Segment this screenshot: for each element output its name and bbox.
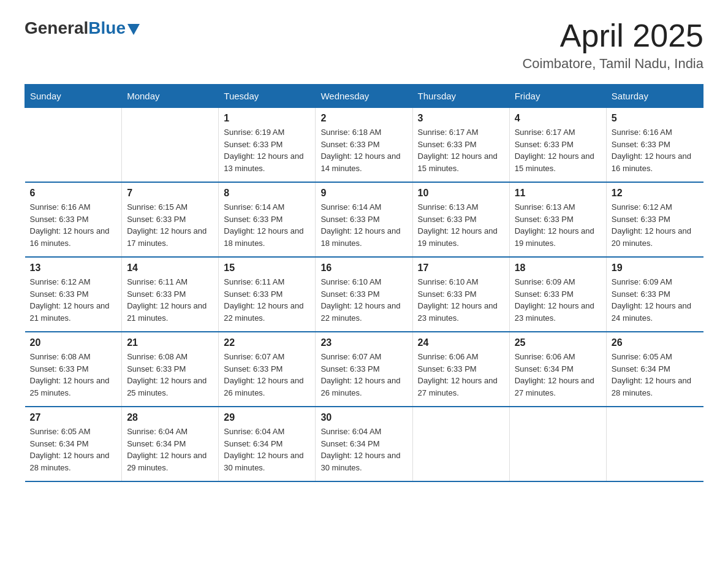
calendar-cell: 15Sunrise: 6:11 AMSunset: 6:33 PMDayligh… — [219, 257, 316, 332]
day-info: Sunrise: 6:04 AMSunset: 6:34 PMDaylight:… — [224, 426, 310, 473]
day-info: Sunrise: 6:07 AMSunset: 6:33 PMDaylight:… — [224, 351, 310, 399]
day-info: Sunrise: 6:06 AMSunset: 6:33 PMDaylight:… — [418, 351, 504, 399]
week-row-2: 6Sunrise: 6:16 AMSunset: 6:33 PMDaylight… — [25, 182, 703, 257]
title-section: April 2025 Coimbatore, Tamil Nadu, India — [522, 18, 703, 72]
day-info: Sunrise: 6:05 AMSunset: 6:34 PMDaylight:… — [30, 426, 117, 473]
calendar-cell: 22Sunrise: 6:07 AMSunset: 6:33 PMDayligh… — [219, 332, 316, 407]
logo-triangle-icon — [127, 24, 140, 35]
day-number: 17 — [418, 262, 504, 274]
calendar-header: Sunday Monday Tuesday Wednesday Thursday… — [25, 85, 703, 108]
day-number: 16 — [320, 262, 407, 274]
day-info: Sunrise: 6:18 AMSunset: 6:33 PMDaylight:… — [320, 126, 407, 174]
calendar-cell: 9Sunrise: 6:14 AMSunset: 6:33 PMDaylight… — [316, 182, 412, 257]
day-number: 23 — [320, 337, 407, 348]
day-info: Sunrise: 6:09 AMSunset: 6:33 PMDaylight:… — [515, 276, 601, 324]
calendar-cell: 19Sunrise: 6:09 AMSunset: 6:33 PMDayligh… — [606, 257, 703, 332]
calendar-cell: 21Sunrise: 6:08 AMSunset: 6:33 PMDayligh… — [122, 332, 219, 407]
day-info: Sunrise: 6:11 AMSunset: 6:33 PMDaylight:… — [224, 276, 310, 324]
calendar-cell: 4Sunrise: 6:17 AMSunset: 6:33 PMDaylight… — [509, 108, 606, 183]
day-info: Sunrise: 6:10 AMSunset: 6:33 PMDaylight:… — [418, 276, 504, 324]
calendar-cell: 18Sunrise: 6:09 AMSunset: 6:33 PMDayligh… — [509, 257, 606, 332]
day-info: Sunrise: 6:12 AMSunset: 6:33 PMDaylight:… — [30, 276, 117, 324]
calendar-cell — [412, 407, 509, 481]
day-number: 12 — [612, 188, 699, 199]
day-info: Sunrise: 6:14 AMSunset: 6:33 PMDaylight:… — [224, 201, 310, 249]
calendar-cell: 16Sunrise: 6:10 AMSunset: 6:33 PMDayligh… — [316, 257, 412, 332]
day-number: 4 — [515, 113, 601, 124]
calendar-cell — [606, 407, 703, 481]
week-row-3: 13Sunrise: 6:12 AMSunset: 6:33 PMDayligh… — [25, 257, 703, 332]
calendar-cell: 1Sunrise: 6:19 AMSunset: 6:33 PMDaylight… — [219, 108, 316, 183]
calendar-cell: 26Sunrise: 6:05 AMSunset: 6:34 PMDayligh… — [606, 332, 703, 407]
calendar-cell: 14Sunrise: 6:11 AMSunset: 6:33 PMDayligh… — [122, 257, 219, 332]
header-saturday: Saturday — [606, 85, 703, 108]
day-number: 6 — [30, 188, 117, 199]
day-info: Sunrise: 6:04 AMSunset: 6:34 PMDaylight:… — [320, 426, 407, 473]
day-number: 19 — [612, 262, 699, 274]
day-number: 15 — [224, 262, 310, 274]
day-number: 25 — [515, 337, 601, 348]
calendar-cell: 2Sunrise: 6:18 AMSunset: 6:33 PMDaylight… — [316, 108, 412, 183]
calendar-cell: 3Sunrise: 6:17 AMSunset: 6:33 PMDaylight… — [412, 108, 509, 183]
day-number: 2 — [320, 113, 407, 124]
calendar-cell: 23Sunrise: 6:07 AMSunset: 6:33 PMDayligh… — [316, 332, 412, 407]
day-number: 7 — [127, 188, 213, 199]
day-number: 1 — [224, 113, 310, 124]
header-wednesday: Wednesday — [316, 85, 412, 108]
header-thursday: Thursday — [412, 85, 509, 108]
day-info: Sunrise: 6:13 AMSunset: 6:33 PMDaylight:… — [418, 201, 504, 249]
day-number: 11 — [515, 188, 601, 199]
day-number: 3 — [418, 113, 504, 124]
week-row-5: 27Sunrise: 6:05 AMSunset: 6:34 PMDayligh… — [25, 407, 703, 481]
calendar-body: 1Sunrise: 6:19 AMSunset: 6:33 PMDaylight… — [25, 108, 703, 482]
calendar-cell — [122, 108, 219, 183]
day-number: 18 — [515, 262, 601, 274]
header-sunday: Sunday — [25, 85, 122, 108]
day-info: Sunrise: 6:12 AMSunset: 6:33 PMDaylight:… — [612, 201, 699, 249]
header-friday: Friday — [509, 85, 606, 108]
month-title: April 2025 — [522, 18, 703, 53]
calendar-cell — [509, 407, 606, 481]
calendar-table: Sunday Monday Tuesday Wednesday Thursday… — [25, 84, 703, 482]
calendar-cell: 28Sunrise: 6:04 AMSunset: 6:34 PMDayligh… — [122, 407, 219, 481]
day-number: 27 — [30, 412, 117, 423]
calendar-cell: 24Sunrise: 6:06 AMSunset: 6:33 PMDayligh… — [412, 332, 509, 407]
calendar-cell: 10Sunrise: 6:13 AMSunset: 6:33 PMDayligh… — [412, 182, 509, 257]
day-number: 10 — [418, 188, 504, 199]
calendar-cell: 8Sunrise: 6:14 AMSunset: 6:33 PMDaylight… — [219, 182, 316, 257]
day-info: Sunrise: 6:07 AMSunset: 6:33 PMDaylight:… — [320, 351, 407, 399]
location-subtitle: Coimbatore, Tamil Nadu, India — [522, 56, 703, 72]
header-monday: Monday — [122, 85, 219, 108]
calendar-cell: 25Sunrise: 6:06 AMSunset: 6:34 PMDayligh… — [509, 332, 606, 407]
day-info: Sunrise: 6:04 AMSunset: 6:34 PMDaylight:… — [127, 426, 213, 473]
day-number: 26 — [612, 337, 699, 348]
day-number: 5 — [612, 113, 699, 124]
day-info: Sunrise: 6:17 AMSunset: 6:33 PMDaylight:… — [418, 126, 504, 174]
day-number: 13 — [30, 262, 117, 274]
day-number: 29 — [224, 412, 310, 423]
day-number: 8 — [224, 188, 310, 199]
weekday-header-row: Sunday Monday Tuesday Wednesday Thursday… — [25, 85, 703, 108]
day-info: Sunrise: 6:17 AMSunset: 6:33 PMDaylight:… — [515, 126, 601, 174]
calendar-cell: 12Sunrise: 6:12 AMSunset: 6:33 PMDayligh… — [606, 182, 703, 257]
calendar-cell: 30Sunrise: 6:04 AMSunset: 6:34 PMDayligh… — [316, 407, 412, 481]
week-row-4: 20Sunrise: 6:08 AMSunset: 6:33 PMDayligh… — [25, 332, 703, 407]
day-info: Sunrise: 6:16 AMSunset: 6:33 PMDaylight:… — [30, 201, 117, 249]
calendar-cell: 13Sunrise: 6:12 AMSunset: 6:33 PMDayligh… — [25, 257, 122, 332]
day-number: 14 — [127, 262, 213, 274]
calendar-cell: 29Sunrise: 6:04 AMSunset: 6:34 PMDayligh… — [219, 407, 316, 481]
calendar-cell: 6Sunrise: 6:16 AMSunset: 6:33 PMDaylight… — [25, 182, 122, 257]
calendar-cell: 7Sunrise: 6:15 AMSunset: 6:33 PMDaylight… — [122, 182, 219, 257]
day-info: Sunrise: 6:06 AMSunset: 6:34 PMDaylight:… — [515, 351, 601, 399]
logo-blue-part: Blue — [88, 18, 140, 38]
day-info: Sunrise: 6:08 AMSunset: 6:33 PMDaylight:… — [30, 351, 117, 399]
page-header: General Blue April 2025 Coimbatore, Tami… — [25, 18, 703, 72]
calendar-cell: 27Sunrise: 6:05 AMSunset: 6:34 PMDayligh… — [25, 407, 122, 481]
day-number: 24 — [418, 337, 504, 348]
day-number: 22 — [224, 337, 310, 348]
logo-general: General — [25, 18, 88, 38]
day-info: Sunrise: 6:14 AMSunset: 6:33 PMDaylight:… — [320, 201, 407, 249]
day-number: 28 — [127, 412, 213, 423]
day-info: Sunrise: 6:16 AMSunset: 6:33 PMDaylight:… — [612, 126, 699, 174]
day-info: Sunrise: 6:19 AMSunset: 6:33 PMDaylight:… — [224, 126, 310, 174]
